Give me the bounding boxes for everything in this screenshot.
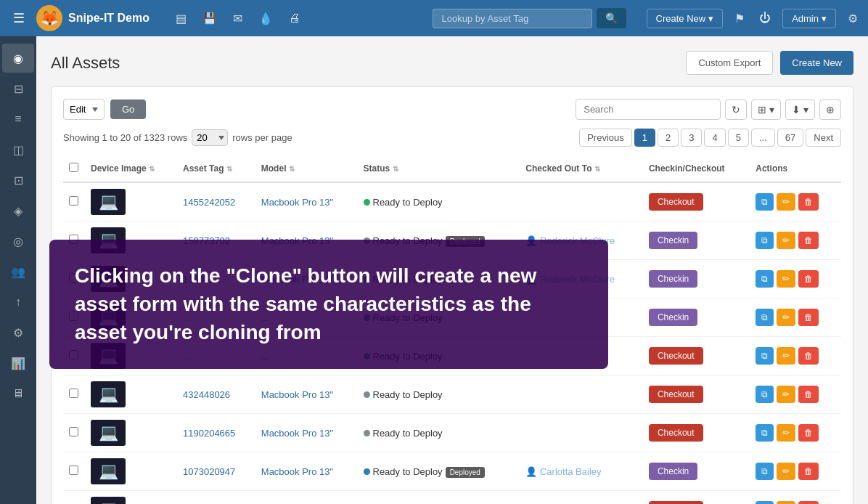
sidebar-item-users[interactable]: 👥 [2, 257, 34, 286]
model-link[interactable]: ... [261, 312, 269, 323]
user-link[interactable]: 👤 Roderick McClure [525, 274, 615, 285]
email-icon[interactable]: ✉ [227, 9, 248, 28]
asset-tag-link[interactable]: 1190204665 [183, 428, 235, 439]
drop-icon[interactable]: 💧 [253, 9, 279, 28]
checkin-button[interactable]: Checkin [649, 463, 697, 480]
clone-button[interactable]: ⧉ [756, 501, 774, 504]
clone-button[interactable]: ⧉ [756, 347, 774, 365]
admin-button[interactable]: Admin ▾ [782, 9, 836, 28]
go-button[interactable]: Go [110, 99, 146, 119]
row-checkbox[interactable] [69, 196, 78, 206]
delete-button[interactable]: 🗑 [798, 463, 819, 480]
brand-logo[interactable]: 🦊 Snipe-IT Demo [36, 5, 150, 31]
clone-button[interactable]: ⧉ [756, 270, 774, 288]
settings-icon[interactable]: ⚙ [845, 9, 861, 28]
sidebar-item-consumables[interactable]: ◈ [2, 196, 34, 225]
refresh-button[interactable]: ↻ [725, 99, 747, 120]
create-new-button[interactable]: Create New [780, 51, 853, 75]
edit-select[interactable]: Edit [63, 99, 105, 120]
row-checkbox[interactable] [69, 466, 78, 475]
sidebar-item-reports[interactable]: 📊 [2, 349, 34, 378]
zoom-button[interactable]: ⊕ [819, 99, 841, 120]
user-link[interactable]: 👤 Carlotta Bailey [525, 466, 601, 477]
asset-tag-link[interactable]: ... [183, 312, 191, 323]
edit-button[interactable]: ✏ [777, 501, 795, 504]
user-link[interactable]: 👤 Roderick McClure [525, 235, 615, 246]
edit-button[interactable]: ✏ [777, 386, 795, 403]
page-5-button[interactable]: 5 [728, 129, 749, 147]
download-button[interactable]: ⬇ ▾ [785, 99, 815, 120]
flag-icon[interactable]: ⚑ [732, 9, 748, 28]
page-1-button[interactable]: 1 [634, 129, 655, 147]
create-new-button-nav[interactable]: Create New ▾ [647, 9, 724, 28]
checkout-button[interactable]: Checkout [649, 386, 703, 403]
model-link[interactable]: Macbook Pro 13" [261, 235, 333, 246]
delete-button[interactable]: 🗑 [798, 309, 819, 326]
clone-button[interactable]: ⧉ [756, 386, 774, 403]
row-checkbox[interactable] [69, 389, 78, 398]
checkout-button[interactable]: Checkout [649, 424, 703, 442]
row-checkbox[interactable] [69, 235, 78, 244]
sidebar-item-settings[interactable]: ⚙ [2, 318, 34, 347]
search-button[interactable]: 🔍 [597, 8, 626, 28]
row-checkbox[interactable] [69, 273, 78, 283]
barcode-icon[interactable]: ▤ [170, 9, 192, 28]
asset-tag-link[interactable]: 432448026 [183, 389, 230, 400]
page-4-button[interactable]: 4 [704, 129, 725, 147]
delete-button[interactable]: 🗑 [798, 347, 819, 365]
delete-button[interactable]: 🗑 [798, 386, 819, 403]
model-link[interactable]: ... [261, 351, 269, 362]
columns-button[interactable]: ⊞ ▾ [751, 99, 781, 120]
checkout-button[interactable]: Checkout [649, 347, 703, 365]
hamburger-icon[interactable]: ☰ [7, 7, 30, 29]
model-link[interactable]: Macbook Pro 13" [261, 428, 333, 439]
edit-button[interactable]: ✏ [777, 232, 795, 249]
delete-button[interactable]: 🗑 [798, 270, 819, 288]
checkin-button[interactable]: Checkin [649, 232, 697, 249]
asset-tag-link[interactable]: ... [183, 351, 191, 362]
asset-tag-link[interactable]: 1073020947 [183, 466, 235, 477]
custom-export-button[interactable]: Custom Export [686, 51, 773, 75]
asset-tag-link[interactable]: 1190... [183, 274, 212, 285]
sidebar-item-components[interactable]: ◎ [2, 227, 34, 256]
model-link[interactable]: Macbook Pro 13" [261, 466, 333, 477]
print-icon[interactable]: 🖨 [283, 9, 306, 28]
clone-button[interactable]: ⧉ [756, 463, 774, 480]
edit-button[interactable]: ✏ [777, 463, 795, 480]
clone-button[interactable]: ⧉ [756, 193, 774, 211]
model-link[interactable]: Macbook Pro 13" [261, 389, 333, 400]
delete-button[interactable]: 🗑 [798, 232, 819, 249]
asset-tag-link[interactable]: 1455242052 [183, 197, 235, 208]
checkin-button[interactable]: Checkin [649, 270, 697, 288]
checkout-button[interactable]: Checkout [649, 501, 703, 504]
delete-button[interactable]: 🗑 [798, 193, 819, 211]
row-checkbox[interactable] [69, 427, 78, 436]
page-67-button[interactable]: 67 [777, 129, 803, 147]
sidebar-item-licenses[interactable]: ◫ [2, 135, 34, 164]
row-checkbox[interactable] [69, 350, 78, 359]
row-checkbox[interactable] [69, 312, 78, 321]
search-input[interactable] [433, 9, 592, 28]
edit-button[interactable]: ✏ [777, 424, 795, 442]
select-all-checkbox[interactable] [69, 163, 78, 172]
checkout-button[interactable]: Checkout [649, 193, 703, 211]
delete-button[interactable]: 🗑 [798, 424, 819, 442]
power-icon[interactable]: ⏻ [756, 9, 774, 28]
model-link[interactable]: Macbook Pro 13" [261, 197, 333, 208]
asset-tag-link[interactable]: 159773702 [183, 235, 230, 246]
save-icon[interactable]: 💾 [197, 9, 223, 28]
clone-button[interactable]: ⧉ [756, 232, 774, 249]
page-3-button[interactable]: 3 [681, 129, 702, 147]
edit-button[interactable]: ✏ [777, 193, 795, 211]
edit-button[interactable]: ✏ [777, 309, 795, 326]
sidebar-item-display[interactable]: 🖥 [2, 379, 34, 408]
sidebar-item-upload[interactable]: ↑ [2, 288, 34, 317]
delete-button[interactable]: 🗑 [798, 501, 819, 504]
page-2-button[interactable]: 2 [658, 129, 679, 147]
edit-button[interactable]: ✏ [777, 347, 795, 365]
rows-per-page-select[interactable]: 20 50 100 [192, 129, 228, 146]
model-link[interactable]: Macbook Pro 13" [261, 274, 333, 285]
table-search-input[interactable] [576, 99, 721, 120]
checkin-button[interactable]: Checkin [649, 309, 697, 326]
sidebar-item-accessories[interactable]: ⊡ [2, 166, 34, 195]
